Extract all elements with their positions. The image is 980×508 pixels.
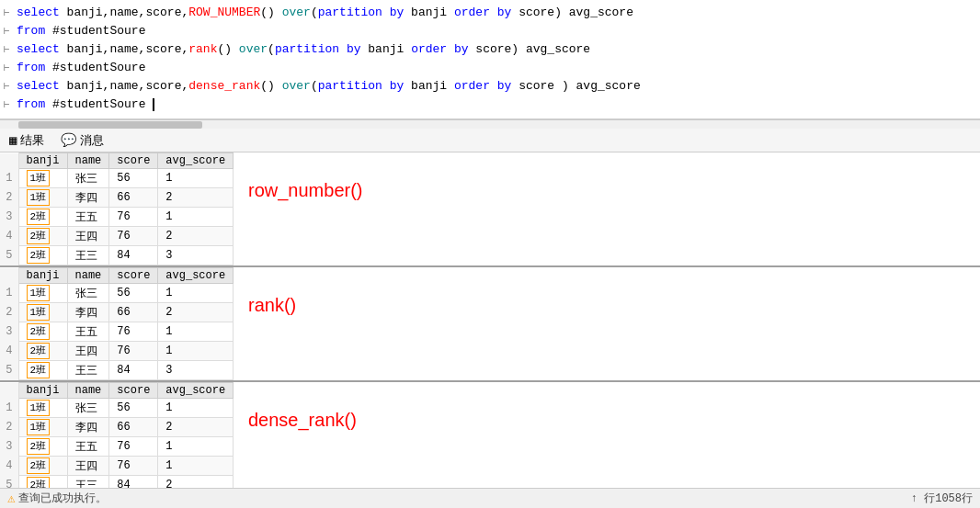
table-header: banji [18, 268, 67, 284]
table-header: score [109, 268, 158, 284]
table-cell: 1 [158, 457, 234, 476]
banji-badge: 2班 [27, 477, 51, 488]
sql-token: #studentSoure [52, 24, 145, 38]
editor-scrollbar[interactable] [0, 119, 980, 129]
table-row: 11班张三561 [0, 399, 234, 418]
sql-line: ⊢from #studentSoure [0, 96, 980, 114]
annotation-1: row_number() [248, 180, 362, 201]
row-number: 5 [0, 246, 18, 265]
messages-tab-label: 消息 [80, 132, 104, 149]
line-icon: ⊢ [4, 22, 13, 40]
banji-cell: 1班 [18, 188, 67, 208]
banji-cell: 1班 [18, 169, 67, 188]
row-number: 4 [0, 457, 18, 476]
sql-line: ⊢select banji,name,score,dense_rank() ov… [0, 77, 980, 96]
line-icon: ⊢ [4, 4, 13, 22]
banji-badge: 2班 [27, 247, 51, 264]
table-cell: 1 [158, 208, 234, 227]
table-cell: 76 [109, 437, 158, 457]
banji-badge: 2班 [27, 228, 51, 244]
tab-results[interactable]: ▦ 结果 [6, 131, 48, 150]
sql-token: partition by [318, 79, 405, 93]
status-right: ↑ 行1058行 [911, 491, 973, 506]
table-cell: 66 [109, 188, 158, 208]
sql-token: over [282, 6, 311, 19]
sql-token: banji,name,score, [67, 42, 189, 56]
banji-badge: 2班 [27, 323, 51, 340]
sql-line: ⊢from #studentSoure [0, 59, 980, 77]
table-cell: 王四 [67, 457, 109, 476]
table-cell: 84 [109, 246, 158, 265]
row-number: 4 [0, 227, 18, 246]
sql-token: select [17, 42, 67, 56]
sql-token: () [260, 79, 281, 93]
row-number: 4 [0, 342, 18, 361]
sql-token: banji [404, 6, 454, 19]
table-row: 32班王五761 [0, 437, 234, 457]
sql-token: select [17, 79, 67, 93]
sql-text: select banji,name,score,ROW_NUMBER() ove… [17, 4, 633, 22]
table-row: 32班王五761 [0, 208, 234, 227]
table-cell: 1 [158, 284, 234, 303]
banji-cell: 2班 [18, 437, 67, 457]
table-header: score [109, 153, 158, 169]
table-header: avg_score [158, 383, 234, 399]
scrollbar-thumb[interactable] [18, 121, 202, 129]
table-cell: 李四 [67, 188, 109, 208]
sql-line: ⊢from #studentSoure [0, 22, 980, 40]
table-cell: 1 [158, 437, 234, 457]
row-number: 2 [0, 188, 18, 208]
sql-token: () [260, 6, 281, 19]
banji-cell: 2班 [18, 322, 67, 342]
banji-badge: 1班 [27, 419, 51, 435]
sql-text: from #studentSoure [17, 22, 145, 40]
banji-badge: 1班 [27, 189, 51, 206]
sql-token: ( [311, 79, 318, 93]
table-cell: 1 [158, 342, 234, 361]
row-number: 3 [0, 322, 18, 342]
table-cell: 3 [158, 246, 234, 265]
sql-token: score) avg_score [511, 6, 633, 19]
sql-token: rank [188, 42, 217, 56]
table-row: 11班张三561 [0, 284, 234, 303]
sql-token: over [282, 79, 311, 93]
sql-token: order by [454, 79, 511, 93]
status-left: ⚠ 查询已成功执行。 [7, 491, 107, 506]
table-cell: 66 [109, 303, 158, 322]
table-row: 52班王三842 [0, 476, 234, 489]
table-cell: 王三 [67, 361, 109, 380]
row-number: 1 [0, 399, 18, 418]
table-row: 21班李四662 [0, 188, 234, 208]
table-cell: 2 [158, 188, 234, 208]
sql-token: #studentSoure [52, 61, 145, 74]
table-row: 21班李四662 [0, 303, 234, 322]
sql-token: from [17, 97, 52, 111]
table-cell: 王五 [67, 322, 109, 342]
sql-token: dense_rank [188, 79, 260, 93]
line-icon: ⊢ [4, 77, 13, 96]
table-row: 52班王三843 [0, 246, 234, 265]
tab-messages[interactable]: 💬 消息 [57, 131, 108, 150]
sql-text: select banji,name,score,rank() over(part… [17, 40, 590, 59]
results-container: banjinamescoreavg_score11班张三56121班李四6623… [0, 152, 980, 488]
banji-badge: 1班 [27, 304, 51, 321]
banji-badge: 2班 [27, 343, 51, 359]
table-cell: 84 [109, 361, 158, 380]
banji-badge: 1班 [27, 400, 51, 416]
sql-token: banji [404, 79, 454, 93]
messages-icon: 💬 [61, 132, 76, 148]
sql-editor[interactable]: ⊢select banji,name,score,ROW_NUMBER() ov… [0, 0, 980, 119]
table-row: 52班王三843 [0, 361, 234, 380]
table-cell: 76 [109, 208, 158, 227]
table-row: 11班张三561 [0, 169, 234, 188]
row-number: 3 [0, 208, 18, 227]
sql-token: score) avg_score [469, 42, 591, 56]
table-cell: 1 [158, 322, 234, 342]
sql-token: from [17, 61, 52, 74]
table-header: score [109, 383, 158, 399]
banji-badge: 2班 [27, 209, 51, 225]
table-row: 42班王四761 [0, 457, 234, 476]
table-cell: 2 [158, 476, 234, 489]
table-cell: 76 [109, 227, 158, 246]
table-cell: 2 [158, 418, 234, 437]
